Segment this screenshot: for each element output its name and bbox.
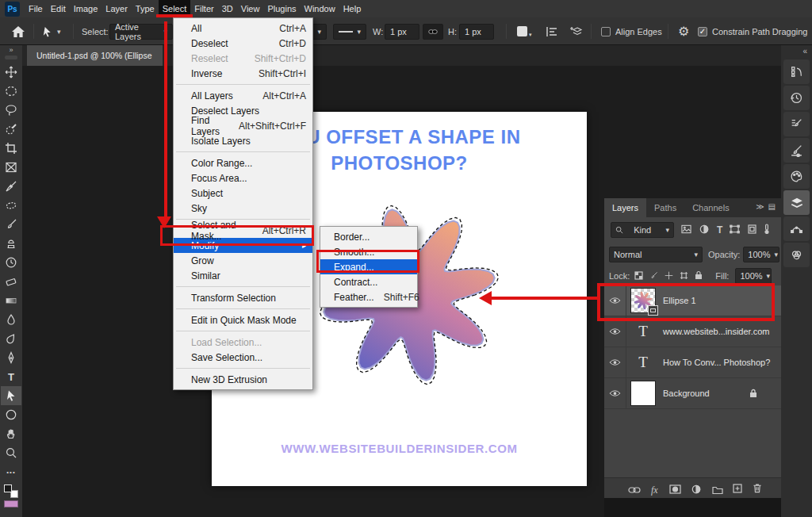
lasso-tool[interactable] [1,101,21,120]
panel-resize-area[interactable] [604,498,781,517]
menu-type[interactable]: Type [132,0,159,17]
text-layer-thumbnail[interactable]: T [630,354,656,371]
filter-smart-objects-button[interactable] [748,223,756,237]
properties-panel-icon[interactable] [783,59,810,84]
submenu-item-border[interactable]: Border... [320,229,417,244]
more-tools-button[interactable]: ••• [1,462,21,481]
text-layer-thumbnail[interactable]: T [630,323,656,340]
hand-tool[interactable] [1,424,21,443]
brush-settings-panel-icon[interactable] [783,112,810,136]
filter-type-layers-button[interactable]: T [717,224,722,236]
menu-help[interactable]: Help [339,0,366,17]
menu-image[interactable]: Image [70,0,102,17]
clone-stamp-tool[interactable] [1,234,21,253]
visibility-toggle[interactable] [604,378,626,409]
menu-item-color-range[interactable]: Color Range... [174,155,312,170]
visibility-toggle[interactable] [604,347,626,378]
menu-item-focus-area[interactable]: Focus Area... [174,170,312,186]
new-layer-button[interactable] [733,482,742,496]
crop-tool[interactable] [1,139,21,158]
opacity-dropdown[interactable]: 100% ▾ [743,247,779,262]
libraries-panel-icon[interactable] [783,243,810,267]
width-field[interactable]: 1 px [385,17,419,45]
foreground-background-swatches[interactable] [4,484,18,498]
delete-layer-button[interactable] [753,482,762,496]
type-tool[interactable]: T [1,367,21,386]
link-dimensions-button[interactable] [423,17,443,45]
move-tool[interactable] [1,63,21,82]
brushes-panel-icon[interactable] [783,138,810,163]
toolbar-collapse-button[interactable]: » [9,45,13,56]
menu-edit[interactable]: Edit [47,0,70,17]
document-tab[interactable]: Untitled-1.psd @ 100% (Ellipse [27,45,163,66]
height-field[interactable]: 1 px [459,17,494,45]
menu-item-deselect[interactable]: DeselectCtrl+D [174,36,312,51]
history-panel-icon[interactable] [783,86,810,110]
menu-item-new-3d-extrusion[interactable]: New 3D Extrusion [174,372,312,387]
lock-artboard-button[interactable] [680,269,688,283]
lock-transparency-button[interactable] [634,269,643,283]
history-brush-tool[interactable] [1,253,21,272]
eraser-tool[interactable] [1,272,21,291]
menu-item-find-layers[interactable]: Find LayersAlt+Shift+Ctrl+F [174,118,312,133]
path-arrangement-button[interactable] [569,17,583,45]
menu-filter[interactable]: Filter [190,0,217,17]
layer-row-howto-text[interactable]: T How To Conv... Photoshop? [604,347,781,378]
submenu-item-feather[interactable]: Feather...Shift+F6 [320,289,417,304]
tab-paths[interactable]: Paths [646,198,684,217]
menu-item-all-layers[interactable]: All LayersAlt+Ctrl+A [174,88,312,103]
add-layer-mask-button[interactable] [669,483,681,497]
panel-menu-icon[interactable]: ≫ ▤ [756,202,776,211]
submenu-item-contract[interactable]: Contract... [320,274,417,289]
menu-file[interactable]: File [25,0,47,17]
home-button[interactable] [11,17,25,45]
lock-image-button[interactable] [649,269,658,283]
blend-mode-dropdown[interactable]: Normal ▾ [609,247,703,262]
brush-tool[interactable] [1,215,21,234]
layers-panel-icon[interactable] [783,190,810,215]
menu-window[interactable]: Window [301,0,339,17]
quick-selection-tool[interactable] [1,120,21,139]
path-alignment-button[interactable] [546,17,558,45]
dock-collapse-button[interactable]: « [781,45,812,58]
layer-thumbnail[interactable] [630,381,656,406]
filter-adjustment-layers-button[interactable] [699,223,709,237]
menu-plugins[interactable]: Plugins [263,0,300,17]
filter-pixel-layers-button[interactable] [681,223,691,237]
menu-item-inverse[interactable]: InverseShift+Ctrl+I [174,66,312,81]
layer-row-background[interactable]: Background [604,378,781,409]
color-panel-icon[interactable] [783,164,810,189]
tab-layers[interactable]: Layers [604,198,646,217]
photoshop-logo[interactable]: Ps [5,2,20,17]
fill-dropdown[interactable]: 100% ▾ [735,268,772,284]
menu-view[interactable]: View [237,0,264,17]
menu-item-isolate-layers[interactable]: Isolate Layers [174,133,312,148]
menu-layer[interactable]: Layer [102,0,132,17]
toolbar-grip[interactable] [5,56,17,59]
color-swatch-pink[interactable] [4,500,18,507]
ellipse-shape-tool[interactable] [1,405,21,424]
menu-item-similar[interactable]: Similar [174,268,312,283]
lock-position-button[interactable] [665,269,673,283]
elliptical-marquee-tool[interactable] [1,82,21,101]
menu-item-transform-selection[interactable]: Transform Selection [174,290,312,305]
new-group-button[interactable] [712,483,723,497]
zoom-tool[interactable] [1,443,21,462]
menu-item-save-selection[interactable]: Save Selection... [174,350,312,365]
link-layers-button[interactable] [628,483,641,497]
gradient-tool[interactable] [1,291,21,310]
stroke-style-dropdown[interactable]: ▾ [333,17,366,45]
patch-tool[interactable] [1,196,21,215]
menu-3d[interactable]: 3D [218,0,237,17]
menu-item-grow[interactable]: Grow [174,253,312,268]
constrain-path-checkbox[interactable]: ✓ [698,17,707,45]
smudge-tool[interactable] [1,329,21,348]
frame-tool[interactable] [1,158,21,177]
tab-channels[interactable]: Channels [684,198,737,217]
align-edges-checkbox[interactable] [601,17,611,45]
filter-toggle[interactable] [764,223,770,237]
eyedropper-tool[interactable] [1,177,21,196]
tool-preset-button[interactable]: ▾ [41,17,61,45]
pen-tool[interactable] [1,348,21,367]
adjustment-layer-button[interactable] [691,483,701,497]
